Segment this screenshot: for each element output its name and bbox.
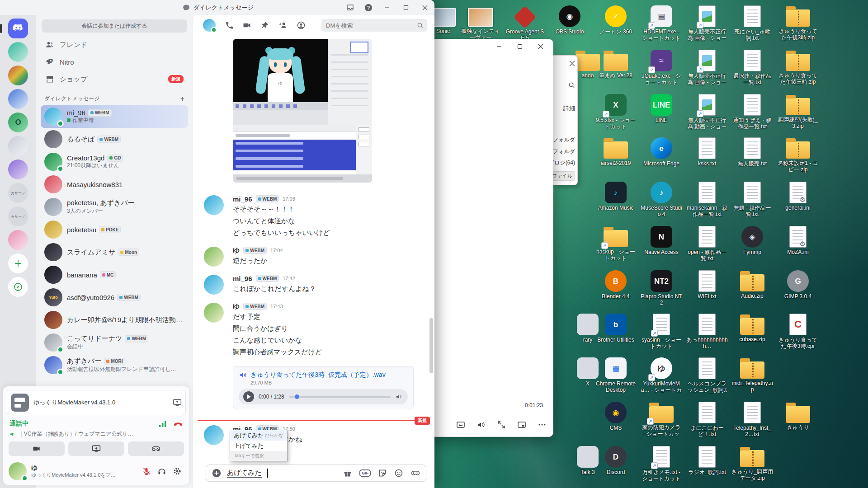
desktop-icon[interactable]: ラジオ_歌詞.txt <box>686 446 728 475</box>
desktop-icon[interactable]: 万引きメモ.txt - ショートカット <box>641 446 682 482</box>
pinned-messages-icon[interactable] <box>260 21 269 30</box>
activities-button[interactable] <box>128 441 184 456</box>
dm-item[interactable]: bananana MC <box>41 263 188 286</box>
desktop-icon[interactable]: general.ini <box>777 182 819 211</box>
add-friend-to-dm-icon[interactable] <box>278 21 288 30</box>
server-icon[interactable] <box>8 160 28 179</box>
settings-gear-icon[interactable] <box>170 465 184 478</box>
desktop-icon[interactable]: ▦ Chrome Remote Desktop <box>595 357 637 393</box>
share-activity-icon[interactable] <box>173 398 182 407</box>
audio-filename-link[interactable]: きゅうり食ってた午後3時_仮完成（予定）.wav <box>250 371 386 379</box>
new-badge[interactable]: 新規 <box>415 417 430 425</box>
desktop-icon[interactable]: 通知うぜえ・親作品一覧.txt <box>731 94 773 130</box>
server-icon[interactable] <box>8 42 28 62</box>
sticker-icon[interactable] <box>378 469 387 478</box>
gif-picker-icon[interactable]: GIF <box>359 469 371 477</box>
desktop-icon[interactable]: Audio.zip <box>731 270 773 299</box>
headphones-icon[interactable] <box>155 465 169 478</box>
desktop-icon[interactable]: Groove Agent SE 5 <box>504 5 546 41</box>
desktop-icon[interactable]: D Discord <box>595 446 637 475</box>
desktop-icon[interactable]: backup - ショートカット <box>595 226 637 261</box>
camera-button[interactable] <box>9 441 65 456</box>
desktop-icon[interactable]: 筆まめ Ver.28 <box>595 50 637 79</box>
desktop-icon[interactable]: 無人販売不正行為 画像 - ショートカッ… <box>686 5 728 42</box>
desktop-icon[interactable]: 無人販売不正行為 画像 - ショートカット <box>686 50 728 86</box>
desktop-icon[interactable]: N Native Access <box>641 226 682 255</box>
desktop-icon[interactable]: 死にたい_ゅ歌詞.txt <box>731 5 773 41</box>
desktop-icon[interactable]: ◉ OBS Studio <box>549 5 590 35</box>
gift-icon[interactable] <box>343 469 352 478</box>
desktop-icon[interactable]: ゆ YukkuriMovieMa… - ショートカット <box>641 357 682 394</box>
ime-candidate[interactable]: あげてみた ひらがな <box>230 430 287 441</box>
start-conversation-button[interactable]: 会話に参加または作成する <box>42 19 187 33</box>
help-icon[interactable]: ? <box>359 0 377 15</box>
avatar[interactable] <box>204 425 224 445</box>
close-button[interactable] <box>415 0 434 15</box>
user-profile-icon[interactable] <box>297 21 306 30</box>
fullscreen-icon[interactable] <box>497 420 506 429</box>
desktop-icon[interactable]: MoZA.ini <box>777 226 819 255</box>
sidebar-item-shop[interactable]: ショップ 新規 <box>41 70 188 88</box>
desktop-icon[interactable]: ▤ HDDFMT.exe - ショートカット <box>641 5 682 41</box>
game-controller-icon[interactable] <box>410 469 420 478</box>
desktop-icon[interactable]: B Blender 4.4 <box>595 270 637 300</box>
desktop-icon[interactable]: WIFI.txt <box>686 270 728 300</box>
dialog-filetype-pill[interactable]: Vファイル <box>553 171 575 181</box>
maximize-button[interactable] <box>396 0 415 15</box>
desktop-icon[interactable]: LINE LINE <box>641 94 682 123</box>
desktop-icon[interactable]: きゅうり_調声用データ.zip <box>731 446 773 481</box>
desktop-icon[interactable]: manisekainn - 親作品一覧.txt <box>686 182 728 217</box>
dm-search-box[interactable] <box>321 19 427 32</box>
desktop-icon[interactable]: ♪ Amazon Music <box>595 182 637 211</box>
inbox-icon[interactable] <box>341 0 359 15</box>
desktop-icon[interactable]: まにこにわーど！.txt <box>686 402 728 437</box>
desktop-icon[interactable]: b Brother Utilities <box>595 314 637 343</box>
dm-item[interactable]: poketetsu POKE <box>41 218 188 241</box>
dm-item[interactable]: るるそば WEBM <box>41 128 188 150</box>
desktop-icon[interactable]: きゅうり食ってた午後三時.zip <box>777 50 819 85</box>
message-author[interactable]: mi_96 <box>233 195 252 203</box>
desktop-icon[interactable]: きゅうり <box>777 402 819 431</box>
avatar[interactable] <box>204 303 224 323</box>
avatar[interactable] <box>204 275 224 295</box>
avatar[interactable] <box>204 247 224 267</box>
desktop-icon[interactable]: ksks.txt <box>686 137 728 167</box>
desktop-icon[interactable]: 無人販売.txt <box>731 137 773 167</box>
sidebar-item-friends[interactable]: フレンド <box>41 36 188 53</box>
mini-player-icon[interactable] <box>517 420 526 429</box>
desktop-icon[interactable]: ◉ CMS <box>595 402 637 431</box>
create-dm-icon[interactable]: + <box>180 95 184 103</box>
desktop-icon[interactable]: ◈ Fymmp <box>731 226 773 255</box>
avatar[interactable] <box>204 195 224 215</box>
desktop-icon[interactable]: midi_Telepathy.zip <box>731 357 773 393</box>
server-icon[interactable] <box>8 277 28 297</box>
user-avatar[interactable] <box>9 462 27 480</box>
server-icon[interactable] <box>8 230 28 250</box>
dm-item[interactable]: Masayukisnow831 <box>41 173 188 196</box>
dm-item[interactable]: スライムアミサ Moon <box>41 241 188 263</box>
desktop-icon[interactable]: G GIMP 3.0.4 <box>777 270 819 300</box>
desktop-icon[interactable]: C きゅうり食ってた午後3時.cpr <box>777 314 819 349</box>
desktop-icon[interactable]: 家の防犯カメラ - ショートカット <box>641 402 682 437</box>
seek-bar[interactable] <box>289 396 391 398</box>
disconnect-call-icon[interactable] <box>173 419 183 429</box>
server-icon[interactable]: カサーノ <box>8 206 28 226</box>
dialog-detail-button[interactable]: 詳細 <box>563 104 575 113</box>
dialog-search-icon[interactable] <box>568 82 575 89</box>
server-icon[interactable]: O <box>8 113 28 132</box>
server-icon[interactable] <box>8 66 28 85</box>
desktop-icon[interactable]: Telepathy_Inst_2…txt <box>731 402 773 437</box>
server-icon[interactable]: カサーノ <box>8 183 28 203</box>
dm-item[interactable]: Creator13gd GD 21:00以降はいません <box>41 150 188 173</box>
dm-item[interactable]: Yuto asdf@yuto0926 WEBM <box>41 286 188 309</box>
desktop-icon[interactable]: NT2 Piapro Studio NT2 <box>641 270 682 306</box>
dm-item[interactable]: カレー卯丼@8/19より期限不明活動… <box>41 309 188 331</box>
desktop-icon[interactable]: 選択肢・親作品一覧.txt <box>731 50 773 85</box>
desktop-icon[interactable]: cubase.zip <box>731 314 773 343</box>
desktop-icon[interactable]: 調声練習(失敗)_3.zip <box>777 94 819 129</box>
desktop-icon[interactable]: 無人販売不正行為 動画 - ショートカット <box>686 94 728 130</box>
mic-muted-icon[interactable] <box>140 465 153 478</box>
desktop-icon[interactable]: airset2-2019 <box>595 137 637 166</box>
desktop-icon[interactable]: 無題 - 親作品一覧.txt <box>731 182 773 217</box>
desktop-icon[interactable]: 名称未設定1 - コピー.zip <box>777 137 819 173</box>
